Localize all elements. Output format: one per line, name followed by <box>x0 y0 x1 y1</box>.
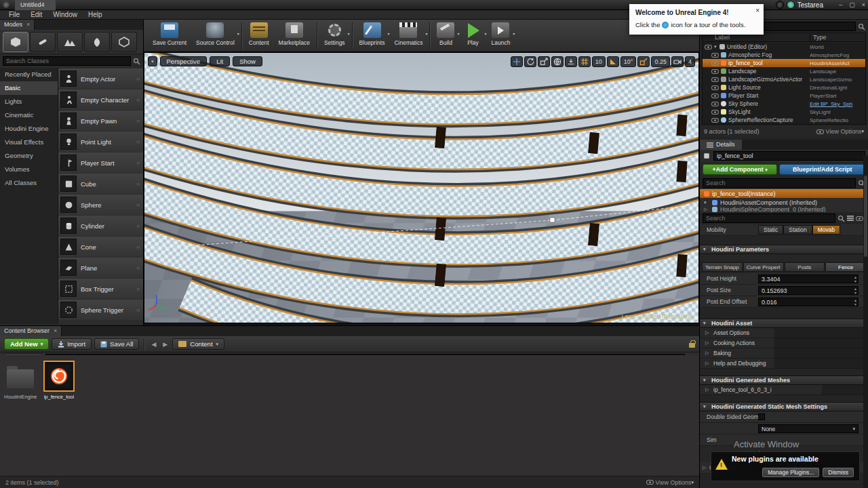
list-item-empty-character[interactable]: Empty Character ○ <box>58 89 143 110</box>
visibility-eye-icon[interactable] <box>711 53 719 58</box>
maximize-button[interactable]: ▢ <box>849 0 855 9</box>
chevron-down-icon[interactable]: ▾ <box>513 31 515 36</box>
tab-fence[interactable]: Fence <box>825 262 866 272</box>
surface-snap-button[interactable] <box>565 56 577 67</box>
asset-tile-houdini-engine-folder[interactable]: HoudiniEngine <box>4 361 37 470</box>
expand-arrow-icon[interactable]: ▾ <box>704 200 709 205</box>
expand-arrow-icon[interactable]: ▷ <box>704 207 709 212</box>
paint-mode-button[interactable] <box>30 32 56 52</box>
outliner-row-landscape[interactable]: Landscape Landscape <box>703 67 865 75</box>
visibility-eye-icon[interactable] <box>711 61 719 66</box>
tab-posts[interactable]: Posts <box>785 262 825 272</box>
marketplace-button[interactable]: Marketplace <box>274 22 315 47</box>
tab-details[interactable]: Details <box>700 140 742 150</box>
post-end-offset-field[interactable]: 0.016▲▼ <box>758 298 859 306</box>
list-item-empty-actor[interactable]: Empty Actor ○ <box>58 68 143 89</box>
drag-handle-icon[interactable]: ○ <box>136 181 140 187</box>
drag-handle-icon[interactable]: ○ <box>136 139 140 145</box>
edit-blueprint-link[interactable]: Edit BP_Sky_Sph <box>810 101 865 107</box>
drag-handle-icon[interactable]: ○ <box>136 118 140 124</box>
launch-button[interactable]: Launch ▾ <box>486 22 515 47</box>
component-root-row[interactable]: ip_fence_tool(Instance) <box>700 189 868 198</box>
category-houdini-engine[interactable]: Houdini Engine <box>0 122 58 136</box>
cb-view-options[interactable]: View Options <box>656 479 692 486</box>
lock-icon[interactable] <box>689 343 695 348</box>
close-icon[interactable]: × <box>54 326 57 336</box>
mobility-stationary-button[interactable]: Station <box>783 225 812 235</box>
angle-snap-button[interactable] <box>607 56 619 67</box>
lit-mode-button[interactable]: Lit <box>210 56 230 66</box>
blueprints-button[interactable]: Blueprints ▾ <box>355 22 390 47</box>
angle-snap-value[interactable]: 10° <box>620 56 637 67</box>
property-matrix-icon[interactable] <box>847 216 854 221</box>
tab-terrain-snapping[interactable]: Terrain Snapp <box>702 262 743 272</box>
help-debugging-row[interactable]: ▷Help and Debugging <box>700 359 868 369</box>
category-basic[interactable]: Basic <box>0 81 58 95</box>
save-current-button[interactable]: Save Current <box>148 22 191 47</box>
outliner-row-atmospheric-fog[interactable]: Atmospheric Fog AtmosphericFog <box>703 51 865 59</box>
list-item-sphere-trigger[interactable]: Sphere Trigger ○ <box>58 300 143 320</box>
visibility-eye-icon[interactable] <box>711 102 719 106</box>
add-component-button[interactable]: +Add Component ▾ <box>703 164 777 175</box>
outliner-row-sphere-reflection[interactable]: SphereReflectionCapture SphereReflectio <box>703 116 865 124</box>
details-search-input[interactable] <box>703 178 856 188</box>
spline-point-handle[interactable] <box>550 218 555 222</box>
list-item-player-start[interactable]: Player Start ○ <box>58 152 143 173</box>
build-button[interactable]: Build ▾ <box>432 22 459 47</box>
list-item-empty-pawn[interactable]: Empty Pawn ○ <box>58 110 143 131</box>
actor-name-field[interactable] <box>713 151 865 161</box>
viewport[interactable]: ▾ Perspective Lit Show 10 10° 0.25 4 Lev… <box>144 52 699 323</box>
component-row-houdini-spline[interactable]: ▷ HoudiniSplineComponent_0 (Inherited) <box>700 207 868 212</box>
drag-handle-icon[interactable]: ○ <box>136 202 140 208</box>
visibility-eye-icon[interactable] <box>711 77 719 82</box>
visibility-eye-icon[interactable] <box>705 45 712 49</box>
category-geometry[interactable]: Geometry <box>0 149 58 163</box>
visibility-eye-icon[interactable] <box>711 85 719 90</box>
breadcrumb[interactable]: Content ▾ <box>172 338 224 350</box>
list-item-box-trigger[interactable]: Box Trigger ○ <box>58 279 143 299</box>
scale-snap-value[interactable]: 0.25 <box>651 56 670 67</box>
outliner-row-player-start[interactable]: Player Start PlayerStart <box>703 92 865 100</box>
world-space-button[interactable] <box>551 56 564 67</box>
category-all-classes[interactable]: All Classes <box>0 176 58 190</box>
camera-speed-value[interactable]: 4 <box>685 56 695 67</box>
translate-tool-button[interactable] <box>511 56 523 67</box>
landscape-mode-button[interactable] <box>57 32 83 52</box>
play-button[interactable]: Play ▾ <box>459 22 486 47</box>
post-size-field[interactable]: 0.152693▲▼ <box>758 286 859 295</box>
viewport-options-button[interactable]: ▾ <box>148 56 157 66</box>
spinner-icon[interactable]: ▲▼ <box>854 298 857 306</box>
expand-arrow-icon[interactable]: ▷ <box>705 330 711 336</box>
scale-snap-button[interactable] <box>637 56 650 67</box>
cinematics-button[interactable]: Cinematics ▾ <box>389 22 427 47</box>
list-item-cube[interactable]: Cube ○ <box>58 174 143 194</box>
outliner-row-untitled[interactable]: ▾ Untitled (Editor) World <box>703 43 865 51</box>
mobility-static-button[interactable]: Static <box>758 225 783 235</box>
list-item-cylinder[interactable]: Cylinder ○ <box>58 216 143 236</box>
outliner-view-options[interactable]: View Options <box>826 128 862 135</box>
static-mesh-settings-header[interactable]: ▾ Houdini Generated Static Mesh Settings <box>700 402 868 411</box>
menu-help[interactable]: Help <box>83 11 107 18</box>
list-item-sphere[interactable]: Sphere ○ <box>58 195 143 215</box>
source-control-button[interactable]: Source Control ▾ <box>191 22 239 47</box>
expand-arrow-icon[interactable]: ▷ <box>705 387 711 392</box>
outliner-row-light-source[interactable]: Light Source DirectionalLight <box>703 83 865 92</box>
menu-file[interactable]: File <box>4 11 24 18</box>
asset-tile-ip-fence-tool[interactable]: ip_fence_tool <box>43 361 75 470</box>
manage-plugins-button[interactable]: Manage Plugins... <box>762 468 819 477</box>
expand-arrow-icon[interactable]: ▷ <box>705 361 711 366</box>
drag-handle-icon[interactable]: ○ <box>136 76 140 82</box>
drag-handle-icon[interactable]: ○ <box>136 286 140 292</box>
scale-tool-button[interactable] <box>538 56 550 67</box>
list-item-point-light[interactable]: Point Light ○ <box>58 131 143 152</box>
tab-curve-properties[interactable]: Curve Propert <box>743 262 784 272</box>
outliner-row-skylight[interactable]: SkyLight SkyLight <box>703 108 865 116</box>
outliner-row-landscape-gizmo[interactable]: LandscapeGizmoActiveActor LandscapeGizmo <box>703 75 865 83</box>
visibility-eye-icon[interactable] <box>711 69 719 74</box>
menu-edit[interactable]: Edit <box>26 11 47 18</box>
list-item-plane[interactable]: Plane ○ <box>58 258 143 278</box>
houdini-asset-header[interactable]: ▾ Houdini Asset <box>700 319 868 328</box>
spinner-icon[interactable]: ▲▼ <box>854 287 857 295</box>
close-icon[interactable]: × <box>755 7 760 14</box>
component-row-houdini-asset[interactable]: ▾ HoudiniAssetComponent (Inherited) <box>700 198 868 207</box>
